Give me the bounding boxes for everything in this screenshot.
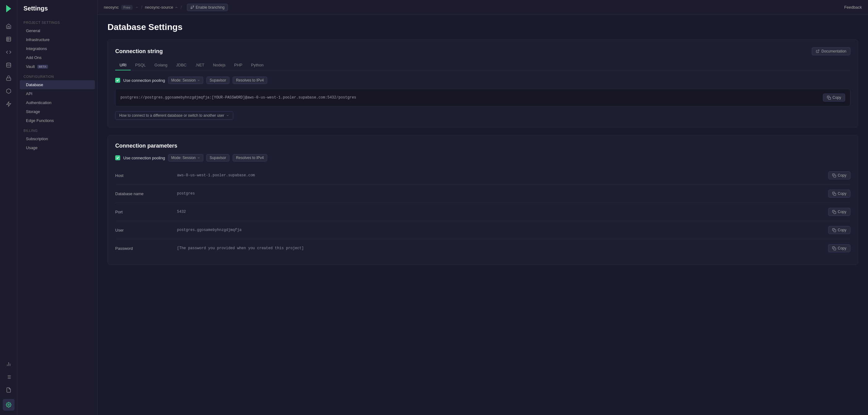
svg-point-18 bbox=[193, 6, 194, 7]
documentation-btn[interactable]: Documentation bbox=[812, 47, 850, 55]
param-copy-cell-2: Copy bbox=[819, 203, 850, 221]
tab-nodejs[interactable]: Nodejs bbox=[209, 60, 230, 70]
params-pooling-checkbox[interactable] bbox=[115, 155, 120, 160]
copy-icon-2 bbox=[832, 210, 836, 214]
conn-pooling-row: Use connection pooling Mode: Session Sup… bbox=[115, 76, 850, 84]
sidebar-item-vault[interactable]: Vault BETA bbox=[20, 62, 95, 71]
sidebar-item-authentication[interactable]: Authentication bbox=[20, 98, 95, 107]
nav-icon-reports[interactable] bbox=[3, 384, 14, 396]
svg-rect-24 bbox=[834, 211, 836, 213]
svg-rect-5 bbox=[6, 78, 11, 80]
copy-conn-string-btn[interactable]: Copy bbox=[823, 94, 845, 102]
tab-dotnet[interactable]: .NET bbox=[191, 60, 209, 70]
sidebar-item-edge-functions[interactable]: Edge Functions bbox=[20, 116, 95, 125]
sidebar-item-label: Infrastructure bbox=[26, 37, 50, 42]
how-connect-btn[interactable]: How to connect to a different database o… bbox=[115, 111, 233, 120]
params-supavisor-tag: Supavisor bbox=[206, 154, 229, 161]
conn-string-value: postgres://postgres.ggosamebyhnzgdjmqfja… bbox=[121, 95, 823, 100]
pooling-label: Use connection pooling bbox=[123, 78, 165, 83]
topbar-project[interactable]: neosync bbox=[104, 5, 119, 9]
tab-php[interactable]: PHP bbox=[230, 60, 247, 70]
svg-point-4 bbox=[6, 63, 11, 65]
copy-icon-4 bbox=[832, 247, 836, 250]
topbar-source[interactable]: neosync-source bbox=[145, 5, 178, 9]
chevron-up-down-icon-2 bbox=[175, 5, 178, 9]
param-label-3: User bbox=[115, 221, 177, 239]
sidebar-item-addons[interactable]: Add Ons bbox=[20, 53, 95, 62]
copy-label-0: Copy bbox=[838, 173, 846, 178]
svg-rect-0 bbox=[6, 37, 11, 41]
chevron-up-down-icon bbox=[135, 5, 139, 9]
source-label: neosync-source bbox=[145, 5, 173, 9]
icon-sidebar bbox=[0, 0, 17, 415]
main-area: neosync Free / neosync-source / Enable b… bbox=[98, 0, 868, 415]
tab-uri[interactable]: URI bbox=[115, 60, 131, 70]
sidebar-item-infrastructure[interactable]: Infrastructure bbox=[20, 35, 95, 44]
pooling-checkbox[interactable] bbox=[115, 78, 120, 83]
sidebar-item-label: Add Ons bbox=[26, 55, 42, 60]
copy-param-btn-1[interactable]: Copy bbox=[828, 190, 850, 198]
sidebar-item-label: Edge Functions bbox=[26, 118, 54, 123]
params-row-0: Host aws-0-us-west-1.pooler.supabase.com… bbox=[115, 166, 850, 185]
nav-icon-logs[interactable] bbox=[3, 371, 14, 383]
project-settings-label: Project Settings bbox=[17, 17, 97, 26]
tab-psql[interactable]: PSQL bbox=[131, 60, 150, 70]
sidebar-item-usage[interactable]: Usage bbox=[20, 143, 95, 152]
configuration-label: Configuration bbox=[17, 71, 97, 80]
copy-param-btn-3[interactable]: Copy bbox=[828, 226, 850, 234]
nav-icon-sql[interactable] bbox=[3, 46, 14, 58]
nav-icon-storage[interactable] bbox=[3, 85, 14, 97]
svg-rect-26 bbox=[834, 248, 836, 250]
nav-icon-analytics[interactable] bbox=[3, 358, 14, 370]
sidebar-item-storage[interactable]: Storage bbox=[20, 107, 95, 116]
feedback-btn[interactable]: Feedback bbox=[844, 5, 862, 9]
logo[interactable] bbox=[4, 4, 13, 13]
copy-param-btn-2[interactable]: Copy bbox=[828, 208, 850, 216]
svg-point-16 bbox=[8, 404, 9, 406]
copy-icon-0 bbox=[832, 173, 836, 178]
tab-python[interactable]: Python bbox=[247, 60, 268, 70]
copy-label: Copy bbox=[833, 95, 841, 100]
params-resolves-tag: Resolves to IPv4 bbox=[232, 154, 267, 161]
param-copy-cell-1: Copy bbox=[819, 185, 850, 203]
sidebar-item-api[interactable]: API bbox=[20, 89, 95, 98]
params-mode-btn[interactable]: Mode: Session bbox=[168, 154, 203, 161]
nav-icon-home[interactable] bbox=[3, 20, 14, 32]
tab-jdbc[interactable]: JDBC bbox=[172, 60, 191, 70]
conn-string-title: Connection string bbox=[115, 48, 163, 55]
copy-param-btn-0[interactable]: Copy bbox=[828, 171, 850, 180]
topbar: neosync Free / neosync-source / Enable b… bbox=[98, 0, 868, 15]
sidebar-item-integrations[interactable]: Integrations bbox=[20, 44, 95, 53]
nav-icon-auth[interactable] bbox=[3, 72, 14, 84]
sidebar-item-label: Integrations bbox=[26, 46, 47, 51]
copy-label-3: Copy bbox=[838, 228, 846, 232]
copy-label-2: Copy bbox=[838, 210, 846, 214]
copy-param-btn-4[interactable]: Copy bbox=[828, 244, 850, 252]
sidebar-item-label: General bbox=[26, 28, 40, 33]
nav-icon-functions[interactable] bbox=[3, 98, 14, 110]
sidebar-item-label: Usage bbox=[26, 146, 38, 150]
nav-icon-settings[interactable] bbox=[3, 399, 14, 411]
params-pooling-row: Use connection pooling Mode: Session Sup… bbox=[115, 154, 850, 161]
supavisor-tag: Supavisor bbox=[206, 76, 229, 84]
sidebar-item-general[interactable]: General bbox=[20, 26, 95, 35]
tab-golang[interactable]: Golang bbox=[150, 60, 172, 70]
topbar-sep1: / bbox=[141, 5, 143, 10]
enable-branching-btn[interactable]: Enable branching bbox=[187, 4, 228, 11]
nav-icon-database[interactable] bbox=[3, 59, 14, 71]
param-value-0: aws-0-us-west-1.pooler.supabase.com bbox=[177, 166, 819, 185]
nav-icon-table[interactable] bbox=[3, 33, 14, 45]
params-mode-label: Mode: Session bbox=[171, 156, 195, 160]
svg-rect-22 bbox=[834, 175, 836, 177]
params-section-header: Connection parameters bbox=[115, 143, 850, 149]
sidebar-item-database[interactable]: Database bbox=[20, 80, 95, 89]
section-header: Connection string Documentation bbox=[115, 47, 850, 55]
copy-label-1: Copy bbox=[838, 191, 846, 196]
check-icon bbox=[116, 79, 119, 82]
params-table: Host aws-0-us-west-1.pooler.supabase.com… bbox=[115, 166, 850, 257]
params-title: Connection parameters bbox=[115, 143, 177, 149]
mode-session-btn[interactable]: Mode: Session bbox=[168, 76, 203, 84]
svg-rect-21 bbox=[829, 97, 831, 99]
sidebar-item-subscription[interactable]: Subscription bbox=[20, 134, 95, 143]
svg-line-20 bbox=[817, 50, 819, 52]
